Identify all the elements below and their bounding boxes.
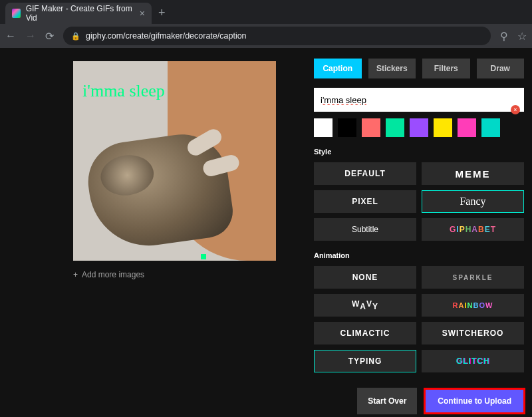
style-subtitle[interactable]: Subtitle <box>314 218 416 241</box>
color-swatch-black[interactable] <box>338 118 356 137</box>
tab-draw[interactable]: Draw <box>477 59 525 78</box>
caption-overlay[interactable]: i'mma sleep <box>82 81 165 101</box>
plus-icon: + <box>73 270 78 279</box>
style-fancy[interactable]: Fancy <box>422 190 524 213</box>
browser-toolbar: ← → ⟳ 🔒 giphy.com/create/gifmaker/decora… <box>0 24 532 48</box>
color-swatch-yellow[interactable] <box>434 118 452 137</box>
new-tab-button[interactable]: + <box>157 6 172 24</box>
back-icon[interactable]: ← <box>5 30 16 42</box>
preview-column: i'mma sleep + Add more images <box>0 48 306 417</box>
anim-sparkle[interactable]: SPARKLE <box>422 266 524 289</box>
anim-glitch[interactable]: GLITCH <box>422 350 524 372</box>
zoom-search-icon[interactable]: ⚲ <box>500 30 508 43</box>
bookmark-star-icon[interactable]: ☆ <box>517 30 527 43</box>
caption-input[interactable] <box>314 88 524 112</box>
footer-actions: Start Over Continue to Upload <box>357 388 525 414</box>
page-content: i'mma sleep + Add more images Caption St… <box>0 48 532 417</box>
lock-icon: 🔒 <box>71 32 80 41</box>
style-pixel[interactable]: PIXEL <box>314 190 416 213</box>
tab-caption[interactable]: Caption <box>314 59 362 78</box>
resize-handle-icon[interactable] <box>201 254 206 259</box>
color-swatch-purple[interactable] <box>410 118 428 137</box>
style-giphabet[interactable]: GIPHABET <box>422 218 524 241</box>
anim-rainbow[interactable]: RAINBOW <box>422 294 524 317</box>
color-swatch-red[interactable] <box>362 118 380 137</box>
color-swatches <box>314 118 524 137</box>
anim-none[interactable]: NONE <box>314 266 416 289</box>
continue-upload-button[interactable]: Continue to Upload <box>424 388 525 414</box>
color-swatch-white[interactable] <box>314 118 332 137</box>
style-default[interactable]: DEFAULT <box>314 162 416 185</box>
start-over-button[interactable]: Start Over <box>357 388 417 414</box>
add-more-label: Add more images <box>82 270 144 279</box>
style-section-label: Style <box>314 148 524 156</box>
gif-preview[interactable]: i'mma sleep <box>73 61 276 261</box>
color-swatch-pink[interactable] <box>458 118 476 137</box>
tab-strip: GIF Maker - Create GIFs from Vid × + <box>0 0 532 24</box>
browser-tab[interactable]: GIF Maker - Create GIFs from Vid × <box>5 3 152 24</box>
anim-switcheroo[interactable]: SWITCHEROO <box>422 322 524 345</box>
anim-typing[interactable]: TYPING <box>314 350 416 372</box>
editor-tabs: Caption Stickers Filters Draw <box>314 59 524 78</box>
tab-title: GIF Maker - Create GIFs from Vid <box>26 4 134 23</box>
animation-grid: NONE SPARKLE WAVY RAINBOW CLIMACTIC SWIT… <box>314 266 524 372</box>
tab-close-icon[interactable]: × <box>140 8 145 19</box>
style-grid: DEFAULT MEME PIXEL Fancy Subtitle GIPHAB… <box>314 162 524 241</box>
anim-climactic[interactable]: CLIMACTIC <box>314 322 416 345</box>
anim-wavy[interactable]: WAVY <box>314 294 416 317</box>
editor-panel: Caption Stickers Filters Draw × Style DE… <box>306 48 532 417</box>
color-swatch-green[interactable] <box>386 118 404 137</box>
animation-section-label: Animation <box>314 251 524 259</box>
url-text: giphy.com/create/gifmaker/decorate/capti… <box>86 31 247 41</box>
clear-text-icon[interactable]: × <box>511 105 520 114</box>
reload-icon[interactable]: ⟳ <box>45 30 54 43</box>
favicon-icon <box>12 9 21 18</box>
tab-filters[interactable]: Filters <box>422 59 470 78</box>
caption-input-wrapper: × <box>314 88 524 112</box>
style-meme[interactable]: MEME <box>422 162 524 185</box>
forward-icon[interactable]: → <box>25 30 36 42</box>
add-more-images-button[interactable]: + Add more images <box>73 270 295 279</box>
address-bar[interactable]: 🔒 giphy.com/create/gifmaker/decorate/cap… <box>63 27 491 45</box>
color-swatch-teal[interactable] <box>481 118 500 137</box>
tab-stickers[interactable]: Stickers <box>368 59 416 78</box>
